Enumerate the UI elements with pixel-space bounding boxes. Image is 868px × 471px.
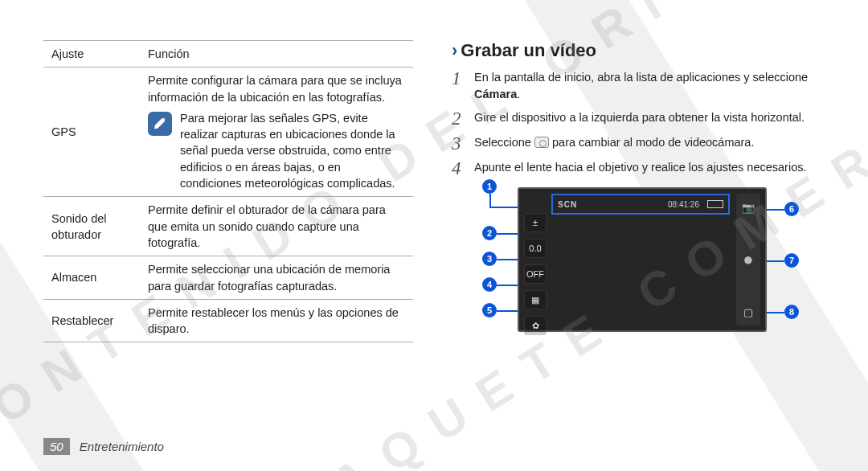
camera-screen: SCN 08:41:26 ± 0.0 OFF ▦ ✿ 📷 ● ▢	[518, 187, 767, 332]
callout-badge: 3	[482, 252, 497, 266]
setting-note: Para mejorar las señales GPS, evite real…	[180, 110, 405, 191]
callout-badge: 7	[784, 253, 799, 268]
callout-badge: 2	[482, 226, 497, 240]
footer-section-name: Entretenimiento	[80, 440, 164, 453]
setting-label: Almacen	[43, 256, 140, 300]
table-row: Almacen Permite seleccionar una ubicació…	[43, 256, 413, 300]
steps-list: 1 En la pantalla de inicio, abra la list…	[452, 69, 829, 178]
table-header-ajuste: Ajuste	[43, 41, 140, 68]
list-item: 3 Seleccione para cambiar al modo de vid…	[452, 134, 829, 153]
settings-gear-icon: ✿	[524, 316, 547, 335]
page-number: 50	[43, 438, 70, 455]
setting-desc: Permite seleccionar una ubicación de mem…	[140, 256, 413, 300]
step-number: 4	[452, 159, 466, 178]
step-number: 1	[452, 69, 466, 103]
note-icon	[148, 112, 172, 136]
section-heading: ›Grabar un vídeo	[452, 40, 829, 61]
callout-badge: 4	[482, 277, 497, 292]
recording-time: 08:41:26	[668, 200, 699, 209]
callout-badge: 1	[482, 179, 497, 194]
battery-icon	[704, 200, 723, 209]
list-item: 4 Apunte el lente hacia el objetivo y re…	[452, 159, 829, 178]
exposure-icon: ±	[524, 213, 547, 232]
setting-label: Restablecer	[43, 299, 140, 342]
exposure-value-icon: 0.0	[524, 239, 547, 258]
camera-diagram: 1 2 3 4 5 6 7 8 SCN 08:41:26	[487, 187, 799, 332]
camera-mode-icon	[534, 137, 549, 148]
right-column: ›Grabar un vídeo 1 En la pantalla de ini…	[452, 40, 829, 342]
record-button-icon: ●	[739, 251, 757, 268]
flash-off-icon: OFF	[524, 264, 547, 284]
setting-desc: Permite restablecer los menús y las opci…	[140, 299, 413, 342]
setting-desc: Permite configurar la cámara para que se…	[148, 72, 405, 105]
left-column: Ajuste Función GPS Permite configurar la…	[43, 40, 413, 342]
callout-badge: 6	[784, 202, 799, 216]
camera-top-bar: SCN 08:41:26	[551, 194, 730, 215]
setting-label: Sonido del obturador	[43, 197, 140, 256]
table-row: Restablecer Permite restablecer los menú…	[43, 299, 413, 342]
chevron-right-icon: ›	[452, 40, 457, 60]
setting-label: GPS	[43, 68, 140, 197]
switch-camera-icon: 📷	[739, 199, 757, 216]
step-number: 2	[452, 109, 466, 128]
table-header-funcion: Función	[140, 41, 413, 68]
setting-desc: Permite definir el obturador de la cámar…	[140, 197, 413, 256]
settings-table: Ajuste Función GPS Permite configurar la…	[43, 40, 413, 342]
grid-icon: ▦	[524, 290, 547, 309]
step-number: 3	[452, 134, 466, 153]
page-footer: 50 Entretenimiento	[43, 438, 164, 455]
list-item: 1 En la pantalla de inicio, abra la list…	[452, 69, 829, 103]
table-row: Sonido del obturador Permite definir el …	[43, 197, 413, 256]
callout-badge: 8	[784, 305, 799, 319]
gallery-icon: ▢	[739, 303, 757, 321]
table-row: GPS Permite configurar la cámara para qu…	[43, 68, 413, 197]
callout-badge: 5	[482, 303, 497, 317]
scene-mode-label: SCN	[558, 200, 577, 209]
list-item: 2 Gire el dispositivo a la izquierda par…	[452, 109, 829, 128]
